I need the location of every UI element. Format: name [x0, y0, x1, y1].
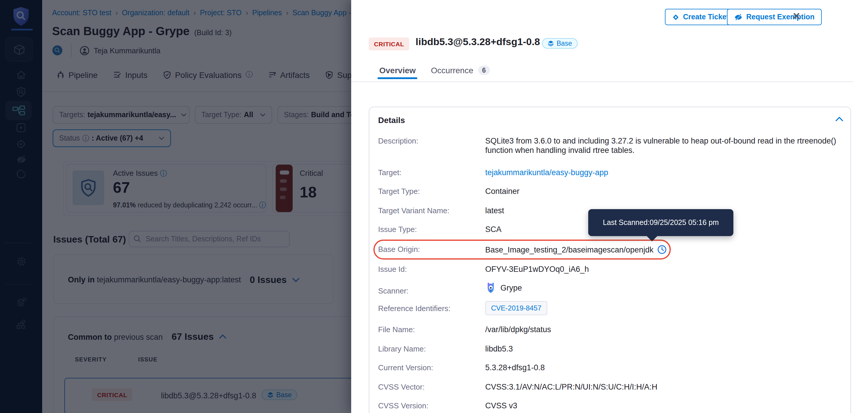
- field-current-version: Current Version: 5.3.28+dfsg1-0.8: [369, 363, 850, 374]
- eye-slash-icon: [734, 13, 743, 21]
- field-cvss-vector: CVSS Vector: CVSS:3.1/AV:N/AC:L/PR:N/UI:…: [369, 383, 850, 393]
- field-reference-identifiers: Reference Identifiers: CVE-2019-8457: [369, 304, 850, 315]
- field-scanner: Scanner: Grype: [369, 284, 850, 295]
- field-cvss-version: CVSS Version: CVSS v3: [369, 401, 850, 412]
- tab-occurrence[interactable]: Occurrence 6: [431, 66, 490, 75]
- app-page: Account: STO test›Organization: default›…: [0, 0, 868, 413]
- active-tab-underline: [377, 77, 417, 79]
- modal-dim-overlay[interactable]: [0, 0, 351, 413]
- field-target-type: Target Type: Container: [369, 187, 850, 198]
- layers-icon: [548, 40, 554, 46]
- drawer-issue-title: libdb5.3@5.3.28+dfsg1-0.8: [415, 36, 540, 48]
- clock-icon[interactable]: [658, 245, 667, 254]
- ticket-diamond-icon: [672, 13, 680, 21]
- drawer-severity-badge: CRITICAL: [369, 37, 409, 50]
- tab-overview[interactable]: Overview: [379, 66, 416, 75]
- drawer-base-tag-pill: Base: [542, 38, 578, 49]
- create-ticket-button[interactable]: Create Ticket: [665, 9, 736, 25]
- grype-scanner-icon: [485, 282, 496, 294]
- occurrence-count-badge: 6: [478, 66, 490, 75]
- field-description: Description: SQLite3 from 3.6.0 to and i…: [369, 137, 850, 147]
- field-target: Target: tejakummarikuntla/easy-buggy-app: [369, 168, 850, 179]
- cve-chip[interactable]: CVE-2019-8457: [485, 301, 547, 315]
- drawer-tabs-divider: [351, 82, 854, 82]
- request-exemption-button[interactable]: Request Exemption: [727, 9, 822, 25]
- field-library-name: Library Name: libdb5.3: [369, 345, 850, 355]
- details-card: Details Description: SQLite3 from 3.6.0 …: [369, 107, 851, 413]
- field-base-origin: Base Origin: Base_Image_testing_2/baseim…: [369, 245, 850, 256]
- field-issue-id: Issue Id: OFYV-3EuP1wDYOq0_iA6_h: [369, 265, 850, 275]
- issue-details-drawer: Create Ticket Request Exemption ✕ CRITIC…: [351, 0, 868, 413]
- drawer-tabs: Overview Occurrence 6: [379, 66, 490, 75]
- last-scanned-tooltip: Last Scanned:09/25/2025 05:16 pm: [588, 209, 733, 236]
- field-file-name: File Name: /var/lib/dpkg/status: [369, 325, 850, 336]
- details-heading: Details: [378, 115, 405, 125]
- close-icon[interactable]: ✕: [793, 10, 800, 22]
- target-link[interactable]: tejakummarikuntla/easy-buggy-app: [485, 168, 608, 177]
- collapse-chevron-up-icon[interactable]: [835, 117, 843, 122]
